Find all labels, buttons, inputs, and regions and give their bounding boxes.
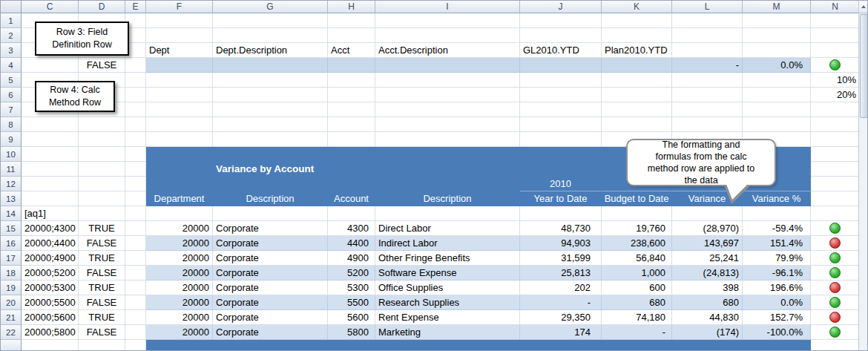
table-title[interactable]: Variance by Account [213,162,328,177]
cell-D23[interactable] [79,340,125,351]
account-code[interactable]: 5200 [328,266,375,281]
dept-code[interactable]: 20000 [146,221,213,236]
cell-E11[interactable] [125,162,146,177]
cell-F1[interactable] [146,13,213,28]
cell-I5[interactable] [375,73,520,88]
cell-F12[interactable] [146,177,213,191]
year-label[interactable]: 2010 [520,177,602,191]
cell-M14[interactable] [743,206,811,221]
cell-C12[interactable] [22,177,79,191]
cell-D8[interactable] [79,117,125,132]
cell-D10[interactable] [79,147,125,162]
variance-value[interactable]: 44,830 [672,310,743,325]
account-description[interactable]: Research Supplies [375,295,520,310]
cell-E4[interactable] [125,58,146,73]
row-header-9[interactable]: 9 [1,132,22,147]
row-header-8[interactable]: 8 [1,117,22,132]
cell-M5[interactable] [743,73,811,88]
ytd-value[interactable]: 48,730 [520,221,602,236]
cell-N1[interactable] [811,13,860,28]
cell-F9[interactable] [146,132,213,147]
dept-description[interactable]: Corporate [213,266,328,281]
column-header-N[interactable]: N [811,1,860,13]
row-status[interactable] [811,310,860,325]
dept-description[interactable]: Corporate [213,251,328,266]
vertical-scrollbar[interactable] [858,1,867,351]
cell-L8[interactable] [672,117,743,132]
cell-I7[interactable] [375,102,520,117]
row-key[interactable]: 20000;5200 [22,266,79,281]
row-status[interactable] [811,295,860,310]
row-status[interactable] [811,236,860,251]
cell-I4[interactable] [375,58,520,73]
cell-K7[interactable] [602,102,672,117]
cell-L2[interactable] [672,28,743,43]
cell-F7[interactable] [146,102,213,117]
variance-value[interactable]: 25,241 [672,251,743,266]
cell-K4[interactable] [602,58,672,73]
row-header-15[interactable]: 15 [1,221,22,236]
cell-J2[interactable] [520,28,602,43]
row-flag[interactable]: FALSE [79,236,125,251]
cell-N12[interactable] [811,177,860,191]
row-header-2[interactable]: 2 [1,28,22,43]
cell-I2[interactable] [375,28,520,43]
cell-E21[interactable] [125,310,146,325]
ytd-value[interactable]: 29,350 [520,310,602,325]
cell-H8[interactable] [328,117,375,132]
cell-F14[interactable] [146,206,213,221]
row-header-21[interactable]: 21 [1,310,22,325]
row-status[interactable] [811,325,860,340]
cell-E20[interactable] [125,295,146,310]
formatting-note-bubble[interactable]: The formatting and formulas from the cal… [626,139,776,186]
dept-code[interactable]: 20000 [146,236,213,251]
cell-F5[interactable] [146,73,213,88]
cell-I1[interactable] [375,13,520,28]
cell-M6[interactable] [743,88,811,102]
dept-description[interactable]: Corporate [213,236,328,251]
cell-K8[interactable] [602,117,672,132]
cell-N3[interactable] [811,43,860,58]
row-header-14[interactable]: 14 [1,206,22,221]
cell-F23[interactable] [146,340,213,351]
cell-E6[interactable] [125,88,146,102]
dept-description[interactable]: Corporate [213,310,328,325]
row-flag[interactable]: FALSE [79,295,125,310]
cell-M1[interactable] [743,13,811,28]
row-header-1[interactable]: 1 [1,13,22,28]
column-header-M[interactable]: M [743,1,811,13]
cell-G23[interactable] [213,340,328,351]
cell-L1[interactable] [672,13,743,28]
select-all-corner[interactable] [1,1,22,13]
cell-E19[interactable] [125,281,146,295]
cell-E17[interactable] [125,251,146,266]
cell-E5[interactable] [125,73,146,88]
cell-J1[interactable] [520,13,602,28]
cell-N13[interactable] [811,191,860,206]
row-key[interactable]: 20000;4900 [22,251,79,266]
variance-pct[interactable]: -59.4% [743,221,811,236]
cell-I6[interactable] [375,88,520,102]
dept-code[interactable]: 20000 [146,281,213,295]
cell-H9[interactable] [328,132,375,147]
row-header-18[interactable]: 18 [1,266,22,281]
cell-C10[interactable] [22,147,79,162]
cell-M3[interactable] [743,43,811,58]
row-header-23[interactable] [1,340,22,351]
variance-value[interactable]: 680 [672,295,743,310]
budget-value[interactable]: 56,840 [602,251,672,266]
ytd-value[interactable]: 25,813 [520,266,602,281]
dept-code[interactable]: 20000 [146,266,213,281]
cell-E18[interactable] [125,266,146,281]
cell-I10[interactable] [375,147,520,162]
field-dept[interactable]: Dept [146,43,213,58]
col-header-acct-description[interactable]: Description [375,191,520,206]
variance-value[interactable]: (24,813) [672,266,743,281]
cell-F4[interactable] [146,58,213,73]
row-header-7[interactable]: 7 [1,102,22,117]
cell-F6[interactable] [146,88,213,102]
dept-description[interactable]: Corporate [213,325,328,340]
dept-code[interactable]: 20000 [146,251,213,266]
row-flag[interactable]: TRUE [79,310,125,325]
budget-value[interactable]: 74,180 [602,310,672,325]
